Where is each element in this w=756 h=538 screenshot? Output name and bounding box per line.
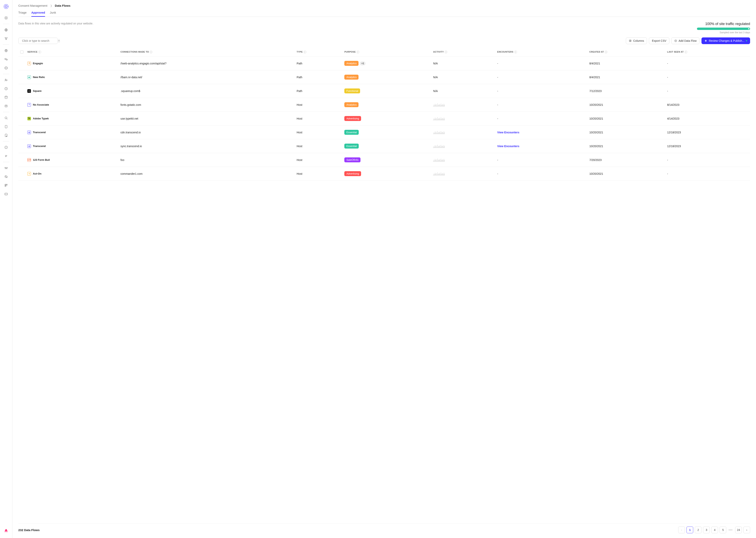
info-icon[interactable]: i bbox=[356, 51, 359, 53]
add-dataflow-button[interactable]: Add Data Flow bbox=[671, 37, 700, 44]
nav-globe-icon[interactable] bbox=[3, 27, 9, 33]
info-icon[interactable]: i bbox=[38, 51, 41, 53]
nav-layout-icon[interactable] bbox=[3, 183, 9, 188]
type-cell: Host bbox=[295, 98, 343, 112]
table-row[interactable]: ⠿Engagio//web-analytics.engagio.com/api/… bbox=[18, 57, 750, 70]
page-button-5[interactable]: 5 bbox=[720, 527, 726, 533]
review-publish-button[interactable]: Review Changes & Publish... bbox=[701, 37, 750, 44]
table-row[interactable]: ◎Transcendcdn.transcend.ioHostEssentialV… bbox=[18, 126, 750, 139]
search-input[interactable]: + bbox=[18, 38, 58, 44]
export-label: Export CSV bbox=[652, 39, 666, 42]
purpose-badge: SaleOfInfo bbox=[344, 157, 360, 162]
export-csv-button[interactable]: Export CSV bbox=[649, 37, 669, 44]
svg-rect-15 bbox=[5, 125, 7, 128]
info-icon[interactable]: i bbox=[445, 51, 447, 53]
regulation-status: 100% of site traffic regulated Sampled o… bbox=[697, 22, 750, 34]
nav-doc1-icon[interactable] bbox=[3, 124, 9, 130]
nav-nodes-icon[interactable] bbox=[3, 36, 9, 41]
created-cell: 7/20/2023 bbox=[588, 153, 665, 167]
type-cell: Host bbox=[295, 167, 343, 181]
sidebar bbox=[0, 0, 12, 538]
lastseen-cell: 12/18/2023 bbox=[665, 126, 750, 139]
service-icon: 123 bbox=[27, 158, 31, 162]
nav-ship-icon[interactable] bbox=[3, 528, 9, 534]
col-lastseen: Last Seen Ati bbox=[665, 48, 750, 57]
table-row[interactable]: 123123 Form BuilfooHostSaleOfInfo-7/20/2… bbox=[18, 153, 750, 167]
col-connections: Connections Made Toi bbox=[118, 48, 295, 57]
encounters-text: - bbox=[497, 172, 498, 175]
activity-sparkline bbox=[433, 172, 493, 176]
lastseen-cell: - bbox=[665, 57, 750, 70]
created-cell: 8/4/2021 bbox=[588, 57, 665, 70]
page-button-2[interactable]: 2 bbox=[695, 527, 701, 533]
service-name: Transcend bbox=[33, 131, 46, 134]
service-icon: Tk bbox=[27, 117, 31, 120]
table-row[interactable]: ◎Transcendsync.transcend.ioHostEssential… bbox=[18, 139, 750, 153]
svg-point-6 bbox=[6, 39, 6, 40]
table-row[interactable]: ▢Square.squareup.com$PathFunctionalN/A-7… bbox=[18, 84, 750, 98]
tab-junk[interactable]: Junk bbox=[50, 10, 56, 17]
search-field[interactable] bbox=[22, 39, 57, 42]
service-name: Act-On bbox=[33, 172, 41, 175]
page-button-4[interactable]: 4 bbox=[711, 527, 718, 533]
page-next-button[interactable]: › bbox=[743, 527, 750, 533]
plus-circle-icon bbox=[674, 39, 677, 42]
nav-list-icon[interactable] bbox=[3, 153, 9, 159]
encounters-text: - bbox=[497, 117, 498, 120]
lastseen-cell: 12/18/2023 bbox=[665, 139, 750, 153]
nav-lightning-icon[interactable] bbox=[3, 15, 9, 21]
table-row[interactable]: TkAdobe Typekuse.typekit.netHostAdvertis… bbox=[18, 112, 750, 126]
nav-eyeoff-icon[interactable] bbox=[3, 174, 9, 180]
nav-cubes-icon[interactable] bbox=[3, 57, 9, 62]
tab-triage[interactable]: Triage bbox=[18, 10, 26, 17]
svg-rect-22 bbox=[5, 184, 6, 185]
service-icon: ⠿ bbox=[27, 62, 31, 65]
page-prev-button[interactable]: ‹ bbox=[678, 527, 685, 533]
table-row[interactable]: ?No Associatefonts.gstatic.comHostAnalyt… bbox=[18, 98, 750, 112]
info-icon[interactable]: i bbox=[605, 51, 607, 53]
columns-button[interactable]: Columns bbox=[626, 37, 647, 44]
service-cell: ◎Transcend bbox=[27, 144, 117, 148]
type-cell: Host bbox=[295, 112, 343, 126]
info-icon[interactable]: i bbox=[150, 51, 152, 53]
view-encounters-link[interactable]: View Encounters bbox=[497, 144, 520, 148]
columns-icon bbox=[629, 39, 632, 42]
table-row[interactable]: ⠶Act-Oncommander1.comHostAdvertising-10/… bbox=[18, 167, 750, 181]
nav-users-icon[interactable] bbox=[3, 77, 9, 83]
nav-world-icon[interactable] bbox=[3, 65, 9, 71]
nav-sliders-icon[interactable] bbox=[3, 165, 9, 171]
nav-database-icon[interactable] bbox=[3, 94, 9, 100]
nav-id-icon[interactable] bbox=[3, 103, 9, 109]
nav-clock-icon[interactable] bbox=[3, 86, 9, 91]
svg-rect-24 bbox=[5, 186, 6, 187]
table-row[interactable]: ◆New Relic//bam.nr-data.net/PathAnalytic… bbox=[18, 70, 750, 84]
svg-point-14 bbox=[5, 117, 7, 119]
connection-cell: commander1.com bbox=[118, 167, 295, 181]
breadcrumb-parent[interactable]: Consent Management bbox=[18, 4, 47, 7]
tab-approved[interactable]: Approved bbox=[31, 10, 45, 17]
info-icon[interactable]: i bbox=[685, 51, 687, 53]
add-label: Add Data Flow bbox=[679, 39, 697, 42]
page-button-3[interactable]: 3 bbox=[703, 527, 710, 533]
activity-text: N/A bbox=[433, 62, 438, 65]
nav-cube-icon[interactable] bbox=[3, 48, 9, 53]
type-cell: Path bbox=[295, 84, 343, 98]
connection-cell: .squareup.com$ bbox=[118, 84, 295, 98]
created-cell: 8/4/2021 bbox=[588, 70, 665, 84]
info-icon[interactable]: i bbox=[514, 51, 517, 53]
nav-code-icon[interactable] bbox=[3, 191, 9, 197]
page-button-last[interactable]: 24 bbox=[735, 527, 742, 533]
svg-point-13 bbox=[6, 106, 6, 106]
lastseen-cell: 4/14/2023 bbox=[665, 112, 750, 126]
service-name: No Associate bbox=[33, 103, 49, 106]
purpose-badge: Essential bbox=[344, 130, 359, 135]
search-add-icon[interactable]: + bbox=[58, 39, 60, 42]
view-encounters-link[interactable]: View Encounters bbox=[497, 131, 520, 134]
nav-doc2-icon[interactable] bbox=[3, 133, 9, 138]
info-icon[interactable]: i bbox=[304, 51, 306, 53]
activity-sparkline bbox=[433, 144, 493, 148]
select-all-checkbox[interactable] bbox=[20, 50, 24, 54]
nav-compass-icon[interactable] bbox=[3, 144, 9, 150]
page-button-1[interactable]: 1 bbox=[686, 527, 693, 533]
nav-search2-icon[interactable] bbox=[3, 115, 9, 121]
